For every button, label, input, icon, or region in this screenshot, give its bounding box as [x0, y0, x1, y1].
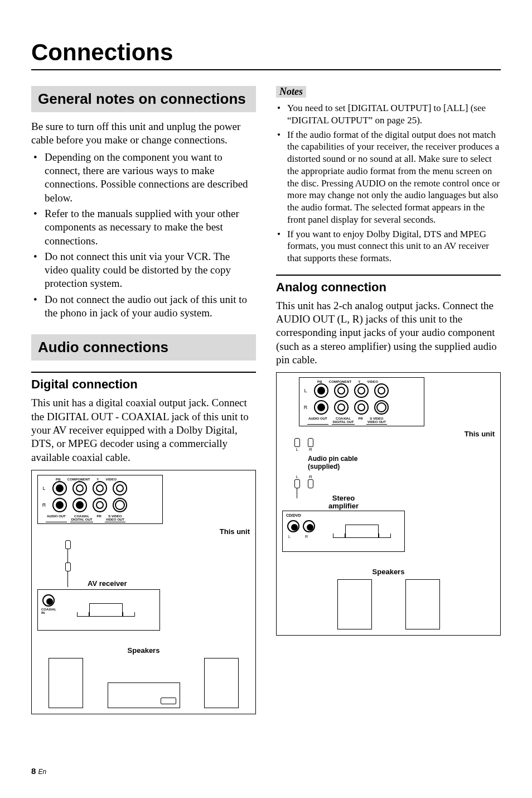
general-bullet: Refer to the manuals supplied with your …: [31, 207, 256, 248]
heading-analog-connection: Analog connection: [276, 275, 501, 296]
content-columns: General notes on connections Be sure to …: [31, 86, 501, 714]
plug-l-label: L: [296, 447, 298, 452]
label-y: Y: [96, 478, 99, 481]
plug-l-icon: [294, 438, 300, 447]
channel-r-icon: R: [41, 502, 47, 508]
jack-l-icon: [314, 383, 328, 398]
general-bullet: Depending on the component you want to c…: [31, 151, 256, 205]
label-audio-out: AUDIO OUT: [307, 417, 328, 425]
channel-l-icon: L: [41, 485, 47, 491]
jack-icon: [113, 481, 127, 496]
jack-icon: [93, 481, 107, 496]
rear-panel: PB COMPONENT Y VIDEO L R: [299, 377, 424, 426]
jack-icon: [52, 481, 67, 496]
cable-run: AV receiver: [37, 540, 250, 587]
label-digital-out: DIGITAL OUT: [332, 420, 355, 425]
page-footer: 8 En: [31, 766, 46, 776]
label-video: VIDEO: [106, 478, 117, 481]
page-lang: En: [38, 768, 47, 776]
coaxial-in-jack-icon: [42, 594, 55, 607]
speaker-icon: [49, 658, 83, 708]
label-video-out: VIDEO OUT: [105, 518, 125, 522]
jack-coaxial-icon: [72, 498, 87, 512]
plug-icon: [65, 540, 71, 549]
plug-l-label: L: [296, 474, 298, 479]
label-video-out: VIDEO OUT: [366, 420, 387, 425]
panel-bottom-labels: AUDIO OUT COAXIAL DIGITAL OUT PR S VIDEO…: [303, 417, 420, 425]
plug-r-label: R: [309, 447, 312, 452]
channel-l-icon: L: [303, 388, 308, 393]
label-pr: PR: [96, 515, 101, 522]
page-title: Connections: [31, 39, 501, 70]
plug-l-icon: [294, 479, 300, 488]
jack-r-sublabel: R: [305, 535, 308, 539]
label-video: VIDEO: [367, 380, 379, 383]
label-component: COMPONENT: [67, 478, 90, 481]
label-stereo-amplifier: Stereo amplifier: [328, 494, 359, 511]
amp-icon: [77, 603, 135, 617]
jack-icon: [93, 498, 107, 512]
av-receiver-box: COAXIAL IN: [37, 589, 160, 631]
analog-connection-body: This unit has 2-ch analog output jacks. …: [276, 299, 501, 367]
general-bullet: Do not connect the audio out jack of thi…: [31, 293, 256, 320]
label-audio-out: AUDIO OUT: [46, 515, 67, 522]
label-speakers: Speakers: [37, 646, 250, 655]
plug-r-label: R: [309, 474, 312, 479]
left-column: General notes on connections Be sure to …: [31, 86, 256, 714]
note-item: If the audio format of the digital outpu…: [276, 129, 501, 226]
speaker-icon: [204, 658, 239, 708]
label-cd-dvd: CD/DVD: [286, 513, 301, 517]
speaker-icon: [405, 579, 440, 629]
plug-icon: [65, 563, 71, 571]
diagram-digital: PB COMPONENT Y VIDEO L R: [31, 470, 256, 714]
label-digital-out: DIGITAL OUT: [70, 518, 94, 522]
center-speaker-icon: [108, 682, 180, 708]
plug-r-icon: [308, 438, 313, 447]
input-jack-r-icon: [303, 520, 315, 532]
general-bullet: Do not connect this unit via your VCR. T…: [31, 250, 256, 291]
jack-icon: [334, 400, 349, 415]
jack-icon: [52, 498, 67, 512]
panel-bottom-labels: AUDIO OUT COAXIAL DIGITAL OUT PR S VIDEO…: [41, 515, 159, 522]
jack-icon: [354, 400, 369, 415]
note-item: You need to set [DIGITAL OUTPUT] to [ALL…: [276, 102, 501, 127]
heading-audio-connections: Audio connections: [31, 334, 256, 360]
jack-icon: [374, 383, 389, 398]
wire-icon: [297, 488, 297, 498]
label-this-unit: This unit: [37, 527, 250, 536]
label-audio-pin-cable: Audio pin cable (supplied): [308, 455, 357, 471]
label-coaxial-in: COAXIAL IN: [41, 608, 56, 614]
label-pr: PR: [358, 417, 362, 425]
heading-general-notes: General notes on connections: [31, 86, 256, 112]
label-speakers: Speakers: [282, 568, 495, 576]
general-bullets: Depending on the component you want to c…: [31, 151, 256, 320]
heading-digital-connection: Digital connection: [31, 372, 256, 393]
jack-icon: [72, 481, 87, 496]
channel-r-icon: R: [303, 405, 308, 410]
page-number: 8: [31, 766, 36, 776]
jack-l-sublabel: L: [288, 535, 291, 539]
jack-svideo-icon: [374, 400, 389, 415]
label-av-receiver: AV receiver: [88, 579, 127, 588]
wire-icon: [67, 571, 68, 587]
stereo-amplifier-box: Stereo amplifier CD/DVD L R: [282, 511, 405, 552]
plug-r-icon: [308, 479, 313, 488]
label-this-unit: This unit: [282, 430, 495, 438]
digital-connection-body: This unit has a digital coaxial output j…: [31, 396, 256, 464]
wire-icon: [67, 549, 68, 563]
right-column: Notes You need to set [DIGITAL OUTPUT] t…: [276, 86, 501, 714]
jack-icon: [334, 383, 349, 398]
speakers-group: Speakers: [282, 568, 495, 629]
speakers-group: Speakers: [37, 646, 250, 708]
note-item: If you want to enjoy Dolby Digital, DTS …: [276, 228, 501, 265]
jack-svideo-icon: [113, 498, 127, 512]
input-jack-l-icon: [287, 520, 299, 532]
amp-icon: [333, 525, 391, 538]
diagram-analog: PB COMPONENT Y VIDEO L R: [276, 372, 501, 636]
speaker-icon: [337, 579, 372, 629]
general-intro: Be sure to turn off this unit and unplug…: [31, 120, 256, 147]
rear-panel: PB COMPONENT Y VIDEO L R: [37, 475, 163, 524]
notes-list: You need to set [DIGITAL OUTPUT] to [ALL…: [276, 102, 501, 265]
notes-heading: Notes: [276, 86, 306, 98]
jack-r-icon: [314, 400, 328, 415]
